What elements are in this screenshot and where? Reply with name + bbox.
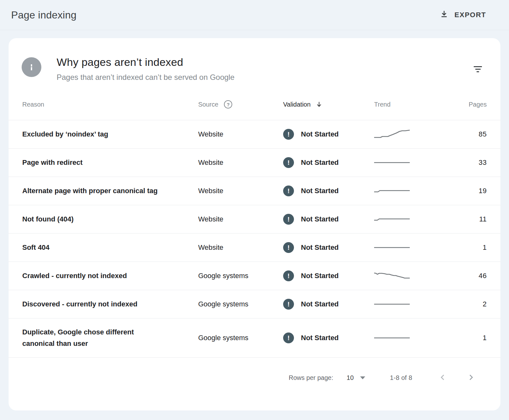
trend-sparkline <box>374 157 410 168</box>
pages-count: 85 <box>479 130 487 138</box>
pages-count: 33 <box>479 158 487 167</box>
validation-status: Not Started <box>301 130 339 138</box>
warning-badge-icon <box>283 157 294 168</box>
page-title: Page indexing <box>11 9 76 21</box>
card-header: Why pages aren’t indexed Pages that aren… <box>9 38 500 82</box>
warning-badge-icon <box>283 214 294 225</box>
validation-status: Not Started <box>301 272 339 280</box>
reason-text: Not found (404) <box>22 215 73 223</box>
card-subtitle: Pages that aren’t indexed can’t be serve… <box>57 73 471 82</box>
trend-cell <box>374 242 455 253</box>
topbar: Page indexing EXPORT <box>0 0 509 30</box>
table-row[interactable]: Discovered - currently not indexed Googl… <box>9 290 500 318</box>
validation-status: Not Started <box>301 300 339 308</box>
filter-button[interactable] <box>471 63 485 75</box>
reason-cell: Excluded by ‘noindex’ tag <box>22 129 198 140</box>
validation-status: Not Started <box>301 334 339 342</box>
sort-descending-icon <box>316 101 323 108</box>
table-footer: Rows per page: 10 1-8 of 8 <box>9 358 500 398</box>
table-row[interactable]: Crawled - currently not indexed Google s… <box>9 262 500 290</box>
source-text: Website <box>198 158 223 166</box>
column-header-pages: Pages <box>469 101 487 108</box>
pages-count: 2 <box>483 300 487 308</box>
validation-header-label: Validation <box>283 101 310 108</box>
download-icon <box>440 10 448 20</box>
column-header-trend: Trend <box>374 101 455 108</box>
source-cell: Google systems <box>198 272 283 280</box>
column-header-source: Source ? <box>198 100 283 108</box>
pages-count: 1 <box>483 334 487 342</box>
validation-status: Not Started <box>301 215 339 223</box>
validation-status: Not Started <box>301 158 339 167</box>
reason-text: Crawled - currently not indexed <box>22 272 127 280</box>
previous-page-button[interactable] <box>437 372 449 384</box>
source-cell: Website <box>198 130 283 138</box>
warning-badge-icon <box>283 332 294 343</box>
help-icon[interactable]: ? <box>224 100 232 108</box>
source-text: Google systems <box>198 272 248 280</box>
reason-cell: Discovered - currently not indexed <box>22 298 198 310</box>
filter-icon <box>474 66 482 72</box>
validation-cell: Not Started <box>283 129 374 140</box>
reason-cell: Not found (404) <box>22 214 198 225</box>
source-cell: Website <box>198 243 283 252</box>
pages-count: 19 <box>479 187 487 195</box>
reason-text: Excluded by ‘noindex’ tag <box>22 130 108 138</box>
source-cell: Google systems <box>198 300 283 308</box>
reason-text: Soft 404 <box>22 243 50 251</box>
warning-badge-icon <box>283 186 294 196</box>
table-row[interactable]: Alternate page with proper canonical tag… <box>9 177 500 205</box>
reason-cell: Crawled - currently not indexed <box>22 270 198 282</box>
warning-badge-icon <box>283 270 294 281</box>
trend-cell <box>374 332 455 344</box>
table-row[interactable]: Duplicate, Google chose different canoni… <box>9 318 500 358</box>
next-page-button[interactable] <box>465 372 477 384</box>
table-row[interactable]: Excluded by ‘noindex’ tag Website Not St… <box>9 120 500 149</box>
export-button[interactable]: EXPORT <box>440 10 486 20</box>
validation-status: Not Started <box>301 243 339 252</box>
reason-text: Discovered - currently not indexed <box>22 300 137 308</box>
rows-per-page-select[interactable]: 10 <box>347 374 365 382</box>
trend-cell <box>374 185 455 197</box>
warning-badge-icon <box>283 129 294 140</box>
table-body: Excluded by ‘noindex’ tag Website Not St… <box>9 120 500 358</box>
source-cell: Google systems <box>198 334 283 342</box>
validation-cell: Not Started <box>283 299 374 310</box>
trend-sparkline <box>374 242 410 253</box>
source-cell: Website <box>198 158 283 167</box>
column-header-reason: Reason <box>22 101 198 108</box>
trend-sparkline <box>374 332 410 344</box>
source-text: Google systems <box>198 300 248 308</box>
validation-cell: Not Started <box>283 214 374 225</box>
rows-per-page-value: 10 <box>347 374 354 382</box>
trend-cell <box>374 270 455 282</box>
validation-cell: Not Started <box>283 242 374 253</box>
table-row[interactable]: Page with redirect Website Not Started 3… <box>9 149 500 177</box>
pagination-range: 1-8 of 8 <box>390 374 412 382</box>
reason-cell: Duplicate, Google chose different canoni… <box>22 326 198 349</box>
table-row[interactable]: Not found (404) Website Not Started 11 <box>9 205 500 234</box>
trend-cell <box>374 157 455 168</box>
trend-sparkline <box>374 214 410 225</box>
source-cell: Website <box>198 187 283 195</box>
validation-cell: Not Started <box>283 332 374 343</box>
source-header-label: Source <box>198 101 218 108</box>
table-row[interactable]: Soft 404 Website Not Started 1 <box>9 234 500 262</box>
pages-count: 11 <box>479 215 487 223</box>
card-titles: Why pages aren’t indexed Pages that aren… <box>57 56 471 82</box>
trend-cell <box>374 214 455 225</box>
source-text: Google systems <box>198 334 248 342</box>
trend-sparkline <box>374 298 410 310</box>
column-header-validation[interactable]: Validation <box>283 101 374 108</box>
reason-text: Alternate page with proper canonical tag <box>22 187 157 195</box>
pages-count: 46 <box>479 272 487 280</box>
card-title: Why pages aren’t indexed <box>57 56 471 68</box>
warning-badge-icon <box>283 299 294 310</box>
chevron-right-icon <box>466 373 475 382</box>
validation-cell: Not Started <box>283 186 374 196</box>
warning-badge-icon <box>283 242 294 253</box>
chevron-left-icon <box>438 373 447 382</box>
pages-count: 1 <box>483 243 487 252</box>
validation-cell: Not Started <box>283 270 374 281</box>
validation-cell: Not Started <box>283 157 374 168</box>
